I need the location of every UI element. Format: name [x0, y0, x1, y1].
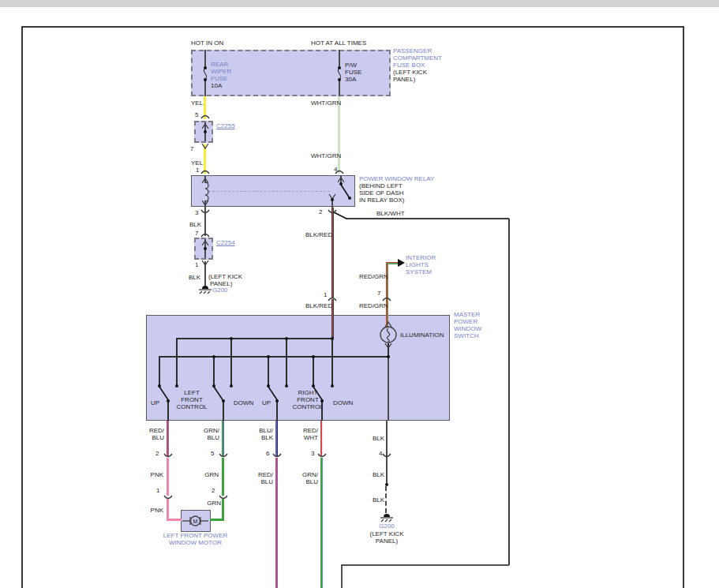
wire-pnk-2	[167, 499, 169, 521]
stub-up2-r	[286, 339, 287, 386]
interior-caption-l3: SYSTEM	[406, 268, 432, 275]
dot-relay-sw-out	[331, 198, 334, 201]
lfc-l2: FRONT	[174, 396, 210, 403]
wire-grnblu-low	[320, 458, 323, 588]
col2-pin2: 2	[212, 487, 215, 494]
blkred-label-1: BLK/RED	[305, 231, 332, 238]
lfc-l3: CONTROL	[174, 403, 210, 410]
pin-2-label: 2	[319, 208, 322, 215]
pin-7b-label: 7	[195, 230, 198, 237]
wire-blkred-1	[331, 208, 334, 298]
yel-label-2: YEL	[191, 159, 203, 167]
bottom-partial-box-top	[341, 564, 509, 566]
whtgrn-label-2: WHT/GRN	[311, 152, 341, 159]
c2254-link[interactable]: C2254	[216, 239, 235, 246]
wire-grnblu	[222, 421, 224, 456]
col5-blk-label2: BLK	[353, 471, 384, 478]
master-caption-l2: POWER	[454, 318, 477, 325]
illum-ground-wire	[388, 358, 389, 421]
dot-contact-4	[230, 384, 233, 388]
pin-1c-label: 1	[324, 291, 327, 298]
g200-note-1: (LEFT KICK	[363, 530, 410, 537]
pin-4-label: 4	[334, 166, 337, 173]
col1-pnk-label2: PNK	[132, 507, 163, 514]
frame-left	[21, 26, 23, 588]
g200-link-upper[interactable]: G200	[212, 287, 228, 294]
rfc-l3: CONTROL	[290, 403, 326, 410]
dot-fuse2-top	[338, 66, 341, 69]
dot-blk-splice	[385, 483, 388, 486]
fuse-box-caption-l5: PANEL)	[393, 76, 415, 83]
wire-pnk-1	[167, 458, 169, 496]
pin-5-label: 5	[195, 111, 198, 118]
whtgrn-label-1: WHT/GRN	[311, 99, 341, 107]
illumination-label: ILLUMINATION	[400, 331, 444, 339]
dot-contact-8	[331, 384, 334, 388]
wire-grn-h	[210, 519, 223, 521]
col2-grn-label: GRN	[187, 471, 219, 478]
col4-low-l1: GRN/	[286, 471, 318, 478]
wire-whtgrn	[338, 96, 340, 174]
col1-pin2: 1	[156, 487, 159, 494]
col1-wire-l2: BLU	[133, 434, 164, 441]
dot-relay-sw-arm	[348, 197, 351, 200]
wire-pnk-h	[168, 519, 182, 521]
bottom-partial-box-left	[341, 566, 343, 588]
wire-redblu-low	[275, 458, 278, 588]
wiring-diagram-page: M HOT IN ON HOT AT ALL TIMES REAR WIPER …	[0, 0, 719, 588]
rfc-l2: FRONT	[290, 396, 326, 403]
dot-bus-g4	[387, 355, 390, 358]
rfc-l1: RIGHT	[290, 389, 326, 396]
wire-blk-pin3	[204, 207, 206, 236]
up1-label: UP	[151, 399, 159, 406]
wire-blkwht-v	[508, 219, 510, 565]
col5-blk-label3: BLK	[353, 496, 384, 504]
col3-low-l1: RED/	[242, 471, 273, 478]
dot-bus-p1	[230, 337, 233, 340]
wire-redblu	[167, 421, 169, 456]
lfc-l1: LEFT	[174, 389, 210, 396]
dot-contact-6	[285, 384, 288, 388]
fuse-box-caption-l3: FUSE BOX	[393, 62, 425, 69]
dot-bus-g3	[312, 355, 315, 358]
dot-bus-p3	[331, 337, 334, 340]
c2255-link[interactable]: C2255	[216, 122, 235, 129]
dot-bus-g2	[267, 355, 270, 358]
relay-caption-l2: (BEHIND LEFT	[359, 182, 403, 189]
g200-link-lower[interactable]: G200	[363, 522, 410, 530]
col1-wire-l1: RED/	[133, 427, 164, 434]
bus-power	[176, 338, 333, 339]
interior-caption-l2: LIGHTS	[406, 261, 429, 268]
frame-top	[21, 26, 684, 28]
fuse-right-line2: FUSE	[345, 69, 361, 76]
ground-symbol-g200-lower	[380, 514, 393, 522]
col1-pin: 2	[155, 450, 159, 457]
col2-grn-label2: GRN	[189, 500, 221, 507]
blkred-label-2: BLK/RED	[305, 302, 332, 309]
down1-label: DOWN	[234, 399, 253, 406]
relay-mech-link	[208, 191, 330, 192]
pin-7c-label: 7	[377, 290, 380, 297]
col4-wire-l2: WHT	[286, 434, 318, 441]
col5-pin: 4	[379, 450, 382, 457]
common-up1	[167, 402, 169, 421]
bus-ground	[159, 356, 390, 358]
col4-pin: 3	[311, 450, 314, 457]
hot-at-all-times-label: HOT AT ALL TIMES	[311, 39, 366, 47]
g200-note-2: PANEL)	[363, 537, 410, 545]
wire-grn-1	[222, 458, 224, 496]
wire-blkwht-h	[346, 218, 509, 219]
motor-caption-l1: LEFT FRONT POWER	[150, 532, 241, 539]
pin-3-label: 3	[195, 209, 198, 216]
top-gray-bar	[0, 0, 719, 7]
dot-contact-3	[212, 384, 215, 388]
pin-7-label: 7	[190, 145, 193, 152]
stub-dn1-r	[230, 339, 232, 386]
wire-redwht	[320, 421, 323, 456]
dot-relay-sw-common	[339, 182, 343, 185]
wire-grn-2	[222, 499, 224, 521]
hot-in-on-label: HOT IN ON	[191, 39, 223, 47]
blkwht-label: BLK/WHT	[376, 210, 405, 217]
dot-c2255	[204, 130, 207, 133]
col3-pin: 6	[266, 450, 269, 457]
